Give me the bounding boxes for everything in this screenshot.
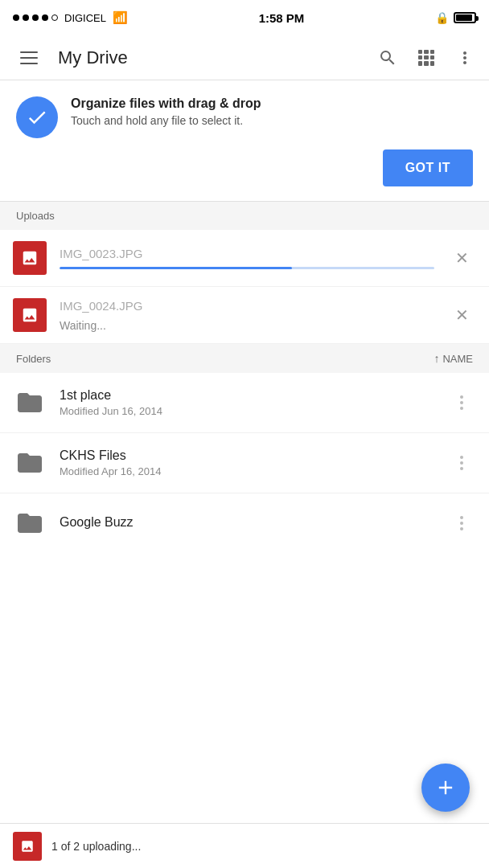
menu-line-3 [20,63,38,64]
upload-info-2: IMG_0024.JPG Waiting... [60,299,434,332]
more-dot [460,527,463,530]
more-dot [460,516,463,519]
battery-fill [456,14,472,21]
search-button[interactable] [370,40,405,76]
banner-subtitle: Touch and hold any file to select it. [71,114,473,127]
folder-name-1: 1st place [60,388,434,403]
search-icon [378,48,397,68]
more-dot [460,461,463,465]
header: My Drive [0,35,489,80]
grid-icon [418,50,434,66]
folder-icon-1 [13,386,47,420]
folder-icon-3 [13,506,47,540]
file-thumbnail-2 [13,298,47,332]
signal-dot-3 [32,14,39,21]
sort-button[interactable]: ↑ NAME [434,352,473,365]
folder-name-3: Google Buzz [60,515,434,530]
more-dot [460,395,463,399]
banner-text: Organize files with drag & drop Touch an… [71,96,473,127]
upload-item-2: IMG_0024.JPG Waiting... ✕ [0,287,489,344]
cancel-upload-2-button[interactable]: ✕ [447,301,476,330]
more-dot [460,407,463,410]
folder-svg-3 [15,509,44,538]
folder-svg-2 [15,448,44,477]
signal-dot-1 [13,14,19,21]
menu-button[interactable] [13,42,45,74]
sort-arrow-icon: ↑ [434,352,439,365]
upload-info-1: IMG_0023.JPG [60,247,434,269]
menu-line-1 [20,51,38,53]
folders-label: Folders [16,353,51,365]
folder-name-2: CKHS Files [60,448,434,463]
page-title: My Drive [45,47,370,68]
more-dot [460,467,463,470]
add-new-fab[interactable] [421,764,470,812]
signal-dot-5 [51,14,58,21]
bottom-upload-bar: 1 of 2 uploading... [0,823,489,868]
upload-status-2: Waiting... [60,319,434,332]
status-time: 1:58 PM [259,11,305,25]
lock-icon: 🔒 [435,11,449,24]
more-dot [460,522,463,525]
banner-action: GOT IT [16,149,473,186]
wifi-icon: 📶 [113,10,128,25]
banner-top: Organize files with drag & drop Touch an… [16,96,473,138]
progress-bar-fill-1 [60,267,292,269]
folder-more-button-2[interactable] [447,448,476,477]
folder-info-1: 1st place Modified Jun 16, 2014 [60,388,434,417]
vertical-dots-icon [455,48,475,68]
plus-icon [434,776,457,799]
upload-name-1: IMG_0023.JPG [60,247,434,260]
more-dot [460,456,463,459]
folder-info-3: Google Buzz [60,515,434,532]
banner-title: Organize files with drag & drop [71,96,473,111]
upload-status-text: 1 of 2 uploading... [51,840,141,853]
folder-info-2: CKHS Files Modified Apr 16, 2014 [60,448,434,477]
signal-dot-4 [42,14,48,21]
folder-icon-2 [13,446,47,480]
battery-icon [454,12,476,23]
image-icon-1 [21,249,39,267]
folder-more-button-3[interactable] [447,509,476,538]
header-actions [370,40,483,76]
image-icon-2 [21,306,39,324]
carrier-label: DIGICEL [64,12,106,24]
checkmark-icon [26,106,48,129]
file-thumbnail-1 [13,241,47,275]
folder-item-1[interactable]: 1st place Modified Jun 16, 2014 [0,373,489,433]
uploads-section-header: Uploads [0,202,489,230]
drag-drop-banner: Organize files with drag & drop Touch an… [0,80,489,202]
banner-check-icon [16,96,58,138]
folder-modified-1: Modified Jun 16, 2014 [60,405,434,417]
cancel-upload-1-button[interactable]: ✕ [447,244,476,272]
folder-more-button-1[interactable] [447,388,476,417]
grid-view-button[interactable] [409,40,444,76]
menu-line-2 [20,57,38,59]
signal-dot-2 [23,14,29,21]
status-left: DIGICEL 📶 [13,10,128,25]
bottom-image-icon [20,839,35,854]
status-right: 🔒 [435,11,476,24]
sort-label: NAME [442,353,473,365]
more-dot [460,401,463,404]
folder-item-2[interactable]: CKHS Files Modified Apr 16, 2014 [0,433,489,493]
folder-item-3[interactable]: Google Buzz [0,493,489,553]
folder-modified-2: Modified Apr 16, 2014 [60,465,434,477]
folder-svg-1 [15,388,44,417]
upload-item: IMG_0023.JPG ✕ [0,230,489,287]
folders-section-header: Folders ↑ NAME [0,344,489,373]
status-bar: DIGICEL 📶 1:58 PM 🔒 [0,0,489,35]
bottom-file-thumbnail [13,832,42,861]
uploads-label: Uploads [16,210,55,222]
got-it-button[interactable]: GOT IT [383,149,473,186]
upload-name-2: IMG_0024.JPG [60,299,434,313]
progress-bar-bg-1 [60,267,434,269]
more-options-button[interactable] [447,40,483,76]
